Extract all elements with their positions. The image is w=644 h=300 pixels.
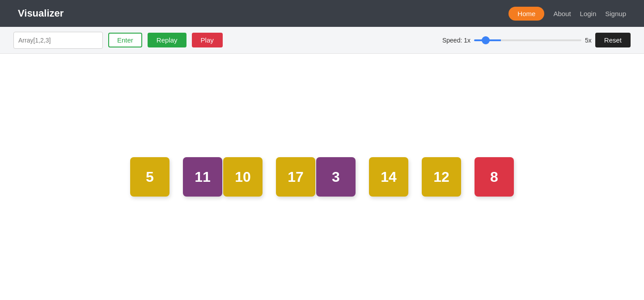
nav-links: Home About Login Signup (508, 7, 626, 21)
speed-label: Speed: 1x (442, 37, 470, 44)
array-block-0: 5 (130, 157, 169, 197)
reset-button[interactable]: Reset (595, 33, 631, 47)
about-link[interactable]: About (553, 10, 571, 17)
enter-button[interactable]: Enter (108, 33, 142, 47)
main-area: 5 11 10 17 3 14 12 (0, 54, 644, 300)
array-block-4: 3 (316, 157, 356, 197)
array-block-5: 14 (369, 157, 408, 197)
array-block-3: 17 (276, 157, 315, 197)
home-button[interactable]: Home (508, 7, 544, 21)
array-input[interactable] (13, 32, 103, 49)
navbar: Visualizer Home About Login Signup (0, 0, 644, 27)
speed-control: Speed: 1x 5x Reset (442, 33, 631, 47)
brand-title: Visualizer (18, 8, 508, 19)
pair-group-1: 11 10 (183, 157, 263, 197)
speed-slider[interactable] (474, 39, 581, 41)
speed-max-label: 5x (585, 37, 592, 44)
array-display: 5 11 10 17 3 14 12 (130, 157, 514, 197)
array-block-7: 8 (475, 157, 514, 197)
replay-button[interactable]: Replay (148, 33, 186, 47)
array-block-6: 12 (422, 157, 461, 197)
toolbar: Enter Replay Play Speed: 1x 5x Reset (0, 27, 644, 54)
array-block-2: 10 (223, 157, 263, 197)
play-button[interactable]: Play (192, 33, 223, 47)
login-link[interactable]: Login (580, 10, 597, 17)
array-block-1: 11 (183, 157, 222, 197)
pair-group-2: 17 3 (276, 157, 356, 197)
signup-link[interactable]: Signup (605, 10, 626, 17)
